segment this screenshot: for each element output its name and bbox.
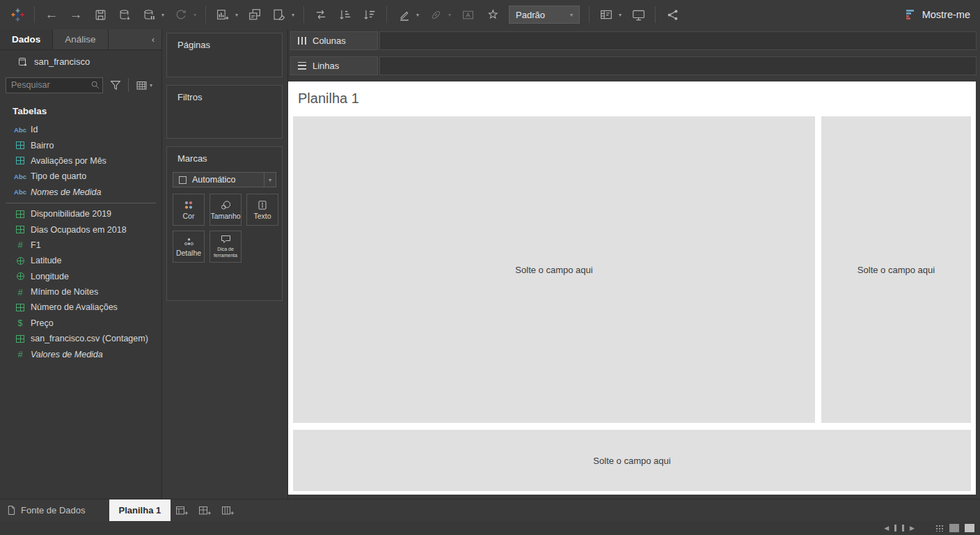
filter-fields-icon[interactable] xyxy=(108,75,123,95)
highlight-button[interactable] xyxy=(396,4,411,25)
field-row[interactable]: Mínimo de Noites xyxy=(0,284,161,300)
field-row[interactable]: Preço xyxy=(0,316,161,331)
size-icon xyxy=(220,200,232,210)
group-caret-icon xyxy=(448,12,451,18)
undo-button[interactable] xyxy=(44,4,59,25)
cards-pane: Páginas Filtros Marcas Automático Cor xyxy=(163,29,287,499)
clear-sheet-button[interactable] xyxy=(271,4,287,25)
filters-shelf-title: Filtros xyxy=(177,92,202,102)
pages-shelf[interactable]: Páginas xyxy=(166,33,283,77)
filters-shelf[interactable]: Filtros xyxy=(166,85,283,139)
field-row[interactable]: Latitude xyxy=(0,253,161,268)
dropzone-main-label: Solte o campo aqui xyxy=(515,265,592,275)
tooltip-button[interactable]: Dica de ferramenta xyxy=(210,231,242,263)
field-row[interactable]: Id xyxy=(0,122,161,137)
fit-selector[interactable]: Padrão xyxy=(509,6,580,24)
field-label: san_francisco.csv (Contagem) xyxy=(31,334,148,343)
dropzone-right[interactable]: Solte o campo aqui xyxy=(821,116,971,423)
sheet-tab-active[interactable]: Planilha 1 xyxy=(109,499,171,521)
sheet-sorter-icon[interactable] xyxy=(935,525,944,532)
columns-shelf-droparea[interactable] xyxy=(379,31,977,50)
field-row[interactable]: Nomes de Medida xyxy=(0,185,161,200)
field-row[interactable]: Longitude xyxy=(0,269,161,284)
run-update-button xyxy=(173,4,189,25)
show-mark-labels-button xyxy=(460,4,475,25)
sort-descending-button[interactable] xyxy=(362,4,377,25)
datasource-item[interactable]: san_francisco xyxy=(0,50,161,72)
field-label: Valores de Medida xyxy=(31,350,103,359)
field-label: Bairro xyxy=(31,141,54,150)
save-button[interactable] xyxy=(93,4,108,25)
marks-buttons: Cor Tamanho Texto xyxy=(173,194,276,263)
view-options-caret-icon[interactable] xyxy=(150,82,152,88)
field-row[interactable]: Disponibilidade 2019 xyxy=(0,206,161,222)
show-me-label: Mostre-me xyxy=(922,9,970,20)
cards-caret-icon[interactable] xyxy=(619,12,622,18)
pane-tabs: Dados Análise ‹ xyxy=(0,29,161,50)
collapse-pane-icon[interactable]: ‹ xyxy=(145,29,161,49)
text-button[interactable]: Texto xyxy=(246,194,278,226)
tab-scroll-right-icon[interactable]: ▶ xyxy=(910,525,915,532)
detail-button[interactable]: Detalhe xyxy=(173,231,205,263)
duplicate-sheet-button[interactable] xyxy=(247,4,262,25)
toolbar-divider xyxy=(205,6,206,23)
fix-axes-button[interactable] xyxy=(484,4,500,25)
new-dashboard-tab-button[interactable] xyxy=(193,499,216,521)
new-worksheet-tab-button[interactable] xyxy=(171,499,193,521)
number-field-icon xyxy=(17,240,22,250)
new-story-tab-button[interactable] xyxy=(216,499,239,521)
filmstrip-view-icon[interactable] xyxy=(949,524,959,532)
field-row[interactable]: Número de Avaliações xyxy=(0,300,161,315)
field-label: F1 xyxy=(31,240,41,250)
tabs-view-icon[interactable] xyxy=(965,524,974,532)
sort-ascending-button[interactable] xyxy=(338,4,353,25)
field-label: Id xyxy=(31,125,38,134)
tab-scroll-marker xyxy=(894,525,896,532)
swap-axes-button[interactable] xyxy=(313,4,329,25)
bin-field-icon xyxy=(16,335,24,343)
tab-analytics[interactable]: Análise xyxy=(53,29,108,49)
data-source-tab[interactable]: Fonte de Dados xyxy=(0,499,97,521)
presentation-mode-button[interactable] xyxy=(631,4,646,25)
new-worksheet-button[interactable] xyxy=(215,4,230,25)
size-button[interactable]: Tamanho xyxy=(210,194,242,226)
dropzone-main[interactable]: Solte o campo aqui xyxy=(293,116,815,423)
new-data-source-button[interactable] xyxy=(117,4,132,25)
tab-scroll-marker xyxy=(902,525,904,532)
color-button[interactable]: Cor xyxy=(173,194,205,226)
automatic-mark-icon xyxy=(179,176,187,184)
bin-field-icon xyxy=(16,226,24,233)
field-row[interactable]: Bairro xyxy=(0,137,161,153)
auto-updates-caret-icon[interactable] xyxy=(161,12,164,18)
field-label: Preço xyxy=(31,318,54,328)
mark-type-dropdown[interactable]: Automático xyxy=(173,172,276,187)
field-row[interactable]: Avaliações por Mês xyxy=(0,153,161,169)
field-row[interactable]: Dias Ocupados em 2018 xyxy=(0,222,161,237)
clear-sheet-caret-icon[interactable] xyxy=(292,12,294,18)
tableau-logo-icon[interactable] xyxy=(10,4,25,25)
text-field-icon xyxy=(14,126,26,134)
marks-card: Marcas Automático Cor Tamanho xyxy=(166,146,283,301)
search-input[interactable] xyxy=(6,77,103,93)
show-me-button[interactable]: Mostre-me xyxy=(906,9,970,20)
view-options-icon[interactable] xyxy=(134,75,149,95)
mark-type-caret-icon xyxy=(269,177,271,183)
dropzone-bottom[interactable]: Solte o campo aqui xyxy=(293,430,971,491)
pages-shelf-title: Páginas xyxy=(177,40,210,50)
rows-shelf-droparea[interactable] xyxy=(379,56,977,75)
field-row[interactable]: F1 xyxy=(0,238,161,253)
pause-auto-updates-button[interactable] xyxy=(141,4,157,25)
field-row[interactable]: Tipo de quarto xyxy=(0,169,161,184)
new-worksheet-caret-icon[interactable] xyxy=(235,12,238,18)
field-row[interactable]: Valores de Medida xyxy=(0,346,161,362)
highlight-caret-icon[interactable] xyxy=(416,12,419,18)
tab-data[interactable]: Dados xyxy=(0,29,53,49)
field-row[interactable]: san_francisco.csv (Contagem) xyxy=(0,331,161,346)
size-label: Tamanho xyxy=(210,212,240,220)
tab-scroll-left-icon[interactable]: ◀ xyxy=(884,525,889,532)
share-button[interactable] xyxy=(665,4,680,25)
redo-button[interactable] xyxy=(68,4,84,25)
columns-icon xyxy=(298,37,306,45)
dropzone-bottom-label: Solte o campo aqui xyxy=(593,456,670,466)
show-hide-cards-button[interactable] xyxy=(599,4,614,25)
